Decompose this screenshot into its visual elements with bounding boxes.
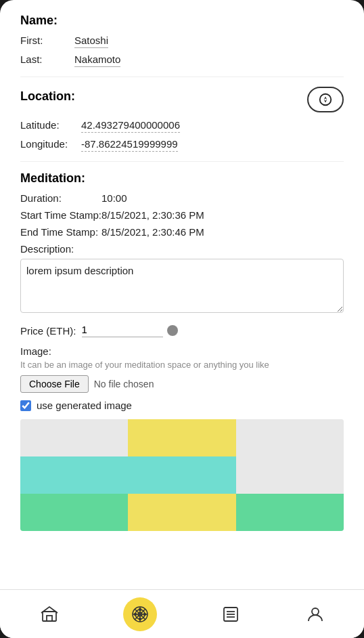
end-time-row: End Time Stamp: 8/15/2021, 2:30:46 PM (20, 226, 344, 238)
end-time-value: 8/15/2021, 2:30:46 PM (101, 226, 204, 238)
mandala-active-bg (123, 597, 157, 631)
longitude-row: Longitude: -87.86224519999999 (20, 138, 344, 152)
compass-icon (318, 92, 333, 107)
price-input-wrapper (82, 324, 178, 337)
use-generated-label: use generated image (37, 400, 132, 411)
nav-list[interactable] (213, 599, 248, 629)
latitude-row: Latitude: 42.493279400000006 (20, 119, 344, 133)
name-section: Name: First: Satoshi Last: Nakamoto (20, 14, 344, 67)
latitude-value: 42.493279400000006 (81, 119, 180, 133)
home-icon (39, 603, 60, 625)
img-block-r1c2 (128, 419, 235, 456)
img-block-r3c3 (236, 494, 344, 531)
location-button[interactable] (307, 87, 344, 112)
start-time-value: 8/15/2021, 2:30:36 PM (101, 209, 204, 221)
choose-file-button[interactable]: Choose File (20, 375, 89, 393)
svg-point-13 (139, 618, 141, 620)
nav-profile[interactable] (298, 599, 333, 629)
svg-marker-2 (324, 100, 327, 103)
location-section: Location: Latitude: 42.493279400000006 L… (20, 87, 344, 152)
price-row: Price (ETH): (20, 324, 344, 337)
svg-point-14 (134, 613, 136, 615)
image-section: Image: It can be an image of your medita… (20, 345, 344, 531)
longitude-value: -87.86224519999999 (81, 138, 178, 152)
description-textarea[interactable]: lorem ipsum description (20, 259, 344, 313)
start-time-row: Start Time Stamp: 8/15/2021, 2:30:36 PM (20, 209, 344, 221)
divider-2 (20, 161, 344, 162)
mandala-icon (129, 603, 151, 625)
start-time-label: Start Time Stamp: (20, 209, 101, 221)
location-header: Location: (20, 87, 344, 112)
image-label: Image: (20, 345, 344, 357)
img-block-r3c2 (128, 494, 235, 531)
longitude-label: Longitude: (20, 138, 81, 150)
duration-value: 10:00 (101, 192, 127, 204)
price-label: Price (ETH): (20, 325, 76, 337)
img-block-r2c1 (20, 456, 128, 494)
meditation-section-title: Meditation: (20, 171, 344, 186)
img-block-r1c1 (20, 419, 128, 456)
first-name-value: Satoshi (74, 35, 108, 48)
list-icon (220, 603, 242, 625)
no-file-text: No file chosen (94, 379, 154, 389)
location-section-title: Location: (20, 89, 75, 104)
svg-marker-1 (324, 96, 327, 100)
divider-1 (20, 77, 344, 77)
meditation-section: Meditation: Duration: 10:00 Start Time S… (20, 171, 344, 531)
bottom-nav (0, 589, 364, 638)
image-hint: It can be an image of your meditation sp… (20, 360, 344, 370)
use-generated-row: use generated image (20, 400, 344, 411)
last-name-label: Last: (20, 54, 74, 65)
generated-image-preview (20, 419, 344, 531)
end-time-label: End Time Stamp: (20, 226, 101, 238)
nav-mandala[interactable] (116, 593, 164, 635)
price-input[interactable] (82, 324, 163, 337)
last-name-row: Last: Nakamoto (20, 54, 344, 67)
nav-home[interactable] (32, 599, 67, 629)
latitude-label: Latitude: (20, 119, 81, 131)
description-label: Description: (20, 243, 344, 255)
phone-container: Name: First: Satoshi Last: Nakamoto Loca… (0, 0, 364, 638)
first-name-label: First: (20, 35, 74, 46)
file-input-row: Choose File No file chosen (20, 375, 344, 393)
svg-rect-3 (43, 612, 56, 621)
svg-point-15 (143, 613, 145, 615)
svg-point-20 (312, 608, 319, 615)
img-block-r3c1 (20, 494, 128, 531)
first-name-row: First: Satoshi (20, 35, 344, 48)
use-generated-checkbox[interactable] (20, 400, 31, 411)
duration-row: Duration: 10:00 (20, 192, 344, 204)
profile-icon (304, 603, 326, 625)
img-block-r2c3 (236, 456, 344, 494)
scroll-content: Name: First: Satoshi Last: Nakamoto Loca… (0, 0, 364, 589)
price-slider-dot[interactable] (167, 325, 178, 336)
name-section-title: Name: (20, 14, 344, 28)
img-block-r2c2 (128, 456, 235, 494)
img-block-r1c3 (236, 419, 344, 456)
last-name-value: Nakamoto (74, 54, 120, 67)
svg-rect-4 (47, 616, 52, 621)
duration-label: Duration: (20, 192, 101, 204)
svg-point-0 (320, 94, 332, 106)
svg-point-12 (139, 608, 141, 610)
